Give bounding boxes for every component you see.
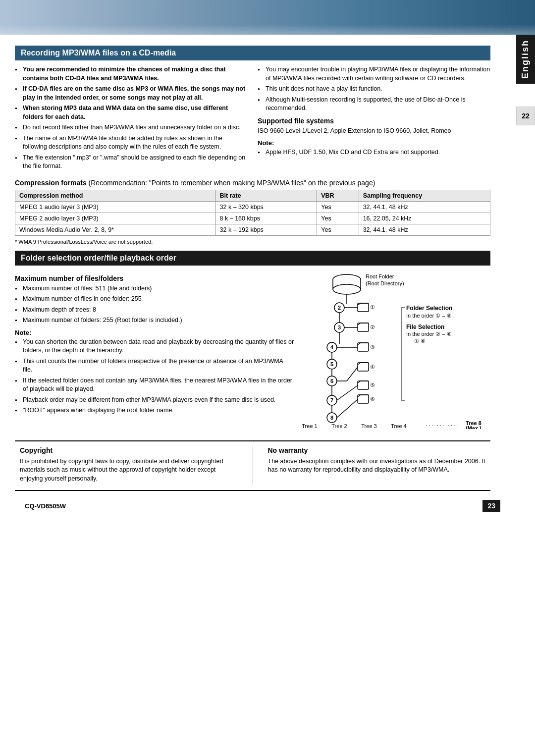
table-cell: Yes (317, 213, 359, 224)
supported-fs-note-title: Note: (258, 139, 490, 147)
table-footnote: * WMA 9 Professional/LossLess/Voice are … (15, 239, 490, 245)
list-item: When storing MP3 data and WMA data on th… (15, 104, 248, 121)
list-item: This unit does not have a play list func… (258, 85, 490, 94)
compression-rec: (Recommendation: "Points to remember whe… (89, 179, 375, 187)
language-tab: English (516, 35, 535, 84)
list-item: Maximum number of folders: 255 (Root fol… (15, 316, 294, 325)
table-cell: MPEG 2 audio layer 3 (MP3) (15, 213, 216, 224)
list-item: "ROOT" appears when displaying the root … (15, 406, 294, 415)
table-header-bitrate: Bit rate (215, 190, 317, 201)
table-cell: 32 k – 320 kbps (215, 201, 317, 213)
copyright-text: It is prohibited by copyright laws to co… (20, 457, 238, 484)
footer: CQ-VD6505W 23 (0, 496, 515, 516)
table-cell: 32, 44.1, 48 kHz (359, 224, 490, 235)
table-row: MPEG 1 audio layer 3 (MP3) 32 k – 320 kb… (15, 201, 490, 213)
page-number-badge: 22 (516, 107, 535, 125)
warranty-text: The above description complies with our … (268, 457, 486, 475)
svg-text:⑥: ⑥ (370, 396, 375, 402)
list-item: If the selected folder does not contain … (15, 377, 294, 394)
top-banner (0, 0, 535, 35)
table-cell: Yes (317, 224, 359, 235)
svg-text:⑤: ⑤ (370, 382, 375, 388)
list-item: Apple HFS, UDF 1.50, Mix CD and CD Extra… (258, 148, 490, 157)
tree3-label: Tree 3 (361, 423, 376, 429)
table-row: MPEG 2 audio layer 3 (MP3) 8 k – 160 kbp… (15, 213, 490, 224)
list-item: The file extension ".mp3" or ".wma" shou… (15, 154, 248, 171)
svg-text:①: ① (370, 304, 375, 310)
svg-point-4 (333, 284, 361, 294)
folder-sub-title: Maximum number of files/folders (15, 274, 294, 282)
table-cell: 16, 22.05, 24 kHz (359, 213, 490, 224)
list-item: This unit counts the number of folders i… (15, 357, 294, 375)
warranty-title: No warranty (268, 446, 486, 454)
footer-page-number: 23 (482, 500, 500, 512)
table-cell: Windows Media Audio Ver. 2, 8, 9* (15, 224, 216, 235)
section1-left: You are recommended to minimize the chan… (15, 65, 248, 174)
table-cell: 32, 44.1, 48 kHz (359, 201, 490, 213)
file-sel-text: In the order ② – ⑥ (406, 331, 452, 337)
svg-text:3: 3 (338, 324, 341, 330)
copyright-title: Copyright (20, 446, 238, 454)
supported-fs-text: ISO 9660 Level 1/Level 2, Apple Extensio… (258, 127, 490, 136)
svg-text:③: ③ (370, 344, 375, 350)
svg-text:5: 5 (330, 361, 333, 367)
list-item: If CD-DA files are on the same disc as M… (15, 85, 248, 102)
tree8-max: (Max.) (466, 425, 482, 429)
main-content: Recording MP3/WMA files on a CD-media Yo… (0, 35, 515, 496)
table-cell: MPEG 1 audio layer 3 (MP3) (15, 201, 216, 213)
compression-bold: Compression formats (15, 179, 87, 187)
folder-bullets: Maximum number of files: 511 (file and f… (15, 284, 294, 325)
bottom-section: Copyright It is prohibited by copyright … (15, 440, 490, 491)
root-label: Root Folder (366, 273, 394, 279)
file-sel-title: File Selection (406, 324, 444, 330)
tree2-label: Tree 2 (331, 423, 347, 429)
list-item: Although Multi-session recording is supp… (258, 96, 490, 113)
list-item: Maximum number of files: 511 (file and f… (15, 284, 294, 293)
svg-line-30 (347, 367, 358, 381)
svg-text:6: 6 (330, 378, 333, 384)
folder-section: Maximum number of files/folders Maximum … (15, 270, 490, 431)
compression-header: Compression formats (Recommendation: "Po… (15, 179, 490, 187)
table-row: Windows Media Audio Ver. 2, 8, 9* 32 k –… (15, 224, 490, 235)
copyright-col: Copyright It is prohibited by copyright … (15, 446, 243, 486)
svg-text:②: ② (370, 324, 375, 330)
tree-diagram-svg: Root Folder (Root Directory) 2 ① 3 (302, 270, 490, 429)
list-item: Maximum number of files in one folder: 2… (15, 295, 294, 304)
folder-note-title: Note: (15, 329, 294, 336)
tree1-label: Tree 1 (302, 423, 318, 429)
folder-section-header: Folder selection order/file playback ord… (15, 251, 490, 266)
list-item: Playback order may be different from oth… (15, 396, 294, 405)
table-header-sampling: Sampling frequency (359, 190, 490, 201)
supported-fs-title: Supported file systems (258, 117, 490, 125)
svg-text:2: 2 (338, 305, 341, 311)
list-item: Do not record files other than MP3/WMA f… (15, 123, 248, 132)
list-item: Maximum depth of trees: 8 (15, 306, 294, 315)
warranty-col: No warranty The above description compli… (263, 446, 491, 486)
footer-model: CQ-VD6505W (25, 502, 66, 510)
svg-line-42 (337, 399, 358, 418)
section1-header: Recording MP3/WMA files on a CD-media (15, 46, 490, 60)
section1-right-bullets: You may encounter trouble in playing MP3… (258, 65, 490, 113)
svg-text:8: 8 (330, 415, 333, 421)
col-divider (253, 446, 253, 486)
section1-left-bullets: You are recommended to minimize the chan… (15, 65, 248, 171)
table-cell: 8 k – 160 kbps (215, 213, 317, 224)
table-cell: Yes (317, 201, 359, 213)
table-cell: 32 k – 192 kbps (215, 224, 317, 235)
folder-diagram: Root Folder (Root Directory) 2 ① 3 (302, 270, 490, 431)
svg-line-36 (337, 385, 358, 400)
section1-two-col: You are recommended to minimize the chan… (15, 65, 490, 174)
list-item: You may encounter trouble in playing MP3… (258, 65, 490, 83)
tree-dots: · · · · · · · · · · · · (426, 423, 458, 428)
compression-table: Compression method Bit rate VBR Sampling… (15, 190, 490, 236)
svg-text:4: 4 (330, 344, 334, 350)
list-item: You are recommended to minimize the chan… (15, 65, 248, 83)
list-item: The name of an MP3/WMA file should be ad… (15, 134, 248, 152)
folder-sel-text: In the order ① – ⑧ (406, 313, 452, 319)
root-sub: (Root Directory) (366, 280, 404, 286)
tree4-label: Tree 4 (391, 423, 406, 429)
list-item: You can shorten the duration between dat… (15, 338, 294, 355)
section1-right: You may encounter trouble in playing MP3… (258, 65, 490, 174)
table-header-method: Compression method (15, 190, 216, 201)
folder-sel-title: Folder Selection (406, 305, 452, 312)
